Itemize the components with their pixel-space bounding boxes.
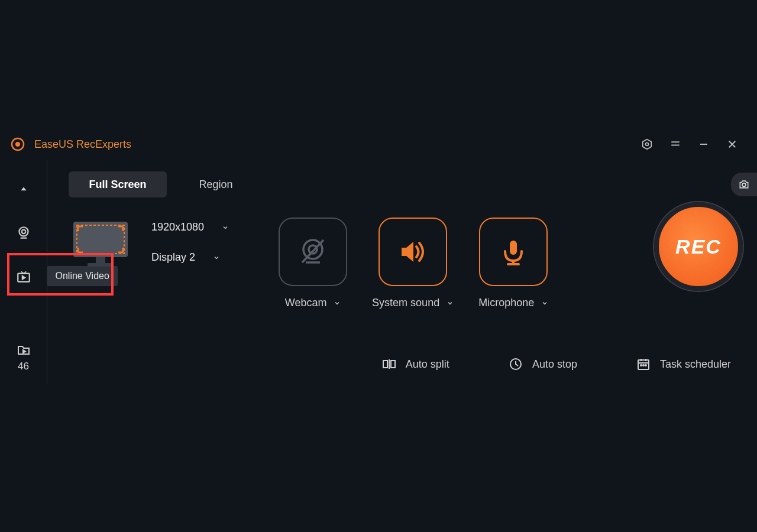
app-title: EaseUS RecExperts <box>34 138 131 151</box>
system-sound-dropdown[interactable]: System sound <box>372 297 454 309</box>
monitor-preview-icon <box>69 218 135 272</box>
auto-stop-button[interactable]: Auto stop <box>509 357 577 371</box>
svg-rect-23 <box>510 241 517 255</box>
microphone-dropdown[interactable]: Microphone <box>478 297 548 309</box>
settings-button[interactable] <box>633 130 661 158</box>
webcam-mode-button[interactable] <box>12 221 35 245</box>
svg-marker-2 <box>643 140 651 150</box>
online-video-button[interactable]: Online Video <box>12 265 35 288</box>
display-dropdown[interactable]: Display 2 <box>151 251 229 264</box>
tab-region[interactable]: Region <box>167 171 265 197</box>
svg-point-34 <box>640 365 642 366</box>
svg-marker-9 <box>21 187 26 191</box>
svg-point-35 <box>643 365 644 366</box>
split-icon <box>382 357 396 371</box>
microphone-toggle[interactable] <box>479 218 548 286</box>
recordings-count: 46 <box>18 361 29 372</box>
svg-marker-14 <box>23 350 25 353</box>
chevron-down-icon <box>541 300 548 307</box>
task-scheduler-label: Task scheduler <box>660 358 731 371</box>
auto-split-label: Auto split <box>406 358 449 371</box>
webcam-label: Webcam <box>285 297 327 309</box>
collapse-up-button[interactable] <box>12 177 35 201</box>
svg-marker-13 <box>22 276 24 279</box>
menu-button[interactable] <box>661 130 690 158</box>
chevron-down-icon <box>447 300 454 307</box>
svg-point-15 <box>742 183 746 187</box>
svg-rect-27 <box>391 361 395 368</box>
resolution-value: 1920x1080 <box>151 221 204 233</box>
svg-point-11 <box>21 230 25 234</box>
microphone-label: Microphone <box>478 297 534 309</box>
recordings-files-button[interactable]: 46 <box>0 343 47 372</box>
app-logo <box>11 137 25 151</box>
display-value: Display 2 <box>151 251 195 264</box>
resolution-dropdown[interactable]: 1920x1080 <box>151 221 229 233</box>
auto-split-button[interactable]: Auto split <box>382 357 449 371</box>
system-sound-toggle[interactable] <box>378 218 447 286</box>
webcam-dropdown[interactable]: Webcam <box>285 297 341 309</box>
webcam-toggle[interactable] <box>279 218 347 286</box>
tab-full-screen[interactable]: Full Screen <box>69 171 167 197</box>
svg-point-3 <box>646 143 649 146</box>
screenshot-button[interactable] <box>731 173 757 196</box>
svg-rect-18 <box>96 257 105 263</box>
auto-stop-label: Auto stop <box>532 358 577 371</box>
svg-rect-19 <box>88 263 114 267</box>
svg-point-10 <box>19 227 28 236</box>
record-button-label: REC <box>675 235 722 258</box>
chevron-down-icon <box>213 254 220 261</box>
svg-point-36 <box>645 365 646 366</box>
system-sound-label: System sound <box>372 297 439 309</box>
chevron-down-icon <box>222 224 229 231</box>
record-button[interactable]: REC <box>654 202 743 291</box>
close-button[interactable] <box>718 130 746 158</box>
svg-rect-26 <box>383 361 387 368</box>
clock-icon <box>509 357 523 371</box>
minimize-button[interactable] <box>690 130 718 158</box>
svg-point-1 <box>15 142 20 147</box>
calendar-icon <box>636 357 651 371</box>
chevron-down-icon <box>334 300 341 307</box>
task-scheduler-button[interactable]: Task scheduler <box>636 357 731 371</box>
